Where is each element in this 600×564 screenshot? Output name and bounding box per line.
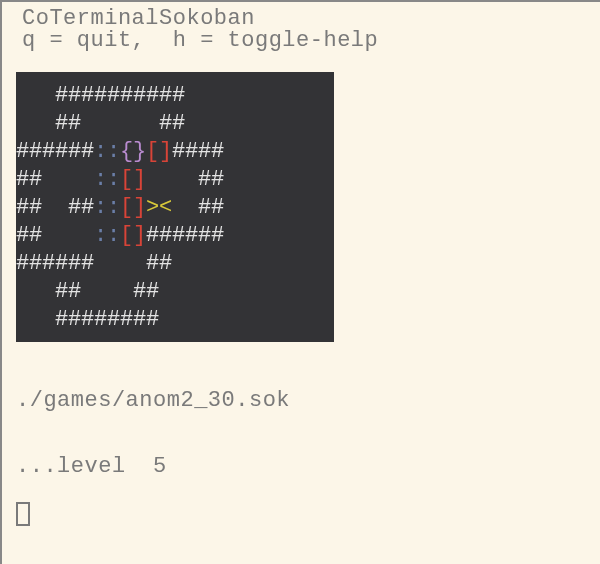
cell bbox=[172, 278, 185, 306]
game-row: ######## bbox=[16, 306, 328, 334]
cell bbox=[42, 110, 55, 138]
cell: # bbox=[107, 82, 120, 110]
cell bbox=[172, 194, 185, 222]
cell bbox=[185, 166, 198, 194]
game-row: ## ## bbox=[16, 278, 328, 306]
cell: # bbox=[29, 194, 42, 222]
cell: # bbox=[172, 138, 185, 166]
cell: # bbox=[16, 222, 29, 250]
cell bbox=[315, 110, 328, 138]
cell: # bbox=[211, 222, 224, 250]
cell bbox=[289, 138, 302, 166]
cell bbox=[250, 194, 263, 222]
cell bbox=[159, 278, 172, 306]
cell bbox=[237, 250, 250, 278]
cell bbox=[224, 110, 237, 138]
cell: ] bbox=[133, 194, 146, 222]
cell bbox=[302, 222, 315, 250]
cell bbox=[315, 138, 328, 166]
game-viewport: ########## ## ## ######::{}[]#### ## ::[… bbox=[16, 72, 334, 342]
cell bbox=[198, 82, 211, 110]
game-row: ## ::[]###### bbox=[16, 222, 328, 250]
cell: # bbox=[211, 194, 224, 222]
cell: # bbox=[172, 222, 185, 250]
footer: ./games/anom2_30.sok ...level 5 bbox=[2, 342, 600, 500]
cell bbox=[237, 82, 250, 110]
cell bbox=[29, 306, 42, 334]
cell bbox=[276, 194, 289, 222]
cell: # bbox=[16, 166, 29, 194]
cell: # bbox=[211, 138, 224, 166]
cell bbox=[107, 250, 120, 278]
app-title: CoTerminalSokoban bbox=[22, 8, 600, 30]
cell bbox=[276, 166, 289, 194]
cell: # bbox=[198, 138, 211, 166]
cell bbox=[42, 278, 55, 306]
cell: # bbox=[81, 194, 94, 222]
cell: : bbox=[107, 194, 120, 222]
cell: # bbox=[198, 222, 211, 250]
game-row: ########## bbox=[16, 82, 328, 110]
cell bbox=[224, 306, 237, 334]
cell: # bbox=[29, 138, 42, 166]
cell: : bbox=[107, 138, 120, 166]
cell: # bbox=[159, 250, 172, 278]
cell bbox=[29, 82, 42, 110]
cell bbox=[81, 278, 94, 306]
cell bbox=[42, 222, 55, 250]
cell bbox=[276, 138, 289, 166]
cell: # bbox=[133, 278, 146, 306]
cell bbox=[172, 306, 185, 334]
cell bbox=[289, 166, 302, 194]
cell: : bbox=[94, 166, 107, 194]
cell bbox=[250, 166, 263, 194]
cell: # bbox=[120, 82, 133, 110]
cell bbox=[55, 194, 68, 222]
cell: # bbox=[185, 138, 198, 166]
cell: # bbox=[68, 82, 81, 110]
game-row: ###### ## bbox=[16, 250, 328, 278]
cell bbox=[315, 278, 328, 306]
cell bbox=[237, 194, 250, 222]
cell bbox=[224, 166, 237, 194]
cell bbox=[224, 138, 237, 166]
cell: # bbox=[146, 250, 159, 278]
cell bbox=[172, 166, 185, 194]
cell bbox=[263, 194, 276, 222]
cell bbox=[198, 278, 211, 306]
cell bbox=[42, 166, 55, 194]
cell bbox=[107, 278, 120, 306]
cell bbox=[146, 166, 159, 194]
cell bbox=[289, 82, 302, 110]
game-board[interactable]: ########## ## ## ######::{}[]#### ## ::[… bbox=[16, 82, 328, 334]
cell bbox=[263, 110, 276, 138]
cell bbox=[224, 222, 237, 250]
cell: # bbox=[146, 306, 159, 334]
cell: : bbox=[107, 222, 120, 250]
cell bbox=[68, 166, 81, 194]
cell bbox=[159, 166, 172, 194]
cell: # bbox=[68, 278, 81, 306]
cell: # bbox=[42, 138, 55, 166]
cell bbox=[146, 110, 159, 138]
cell bbox=[172, 250, 185, 278]
cell bbox=[263, 82, 276, 110]
game-row: ## ::[] ## bbox=[16, 166, 328, 194]
cell bbox=[250, 110, 263, 138]
cell bbox=[185, 82, 198, 110]
cell: # bbox=[68, 194, 81, 222]
cell bbox=[289, 250, 302, 278]
cell: [ bbox=[120, 166, 133, 194]
cell bbox=[29, 278, 42, 306]
cell bbox=[315, 166, 328, 194]
cell: # bbox=[133, 82, 146, 110]
cell bbox=[315, 222, 328, 250]
cell bbox=[16, 82, 29, 110]
cell: # bbox=[146, 222, 159, 250]
cell: { bbox=[120, 138, 133, 166]
cell bbox=[185, 306, 198, 334]
cell: # bbox=[16, 138, 29, 166]
terminal-cursor bbox=[16, 502, 30, 526]
cell: # bbox=[55, 82, 68, 110]
cell: ] bbox=[133, 166, 146, 194]
